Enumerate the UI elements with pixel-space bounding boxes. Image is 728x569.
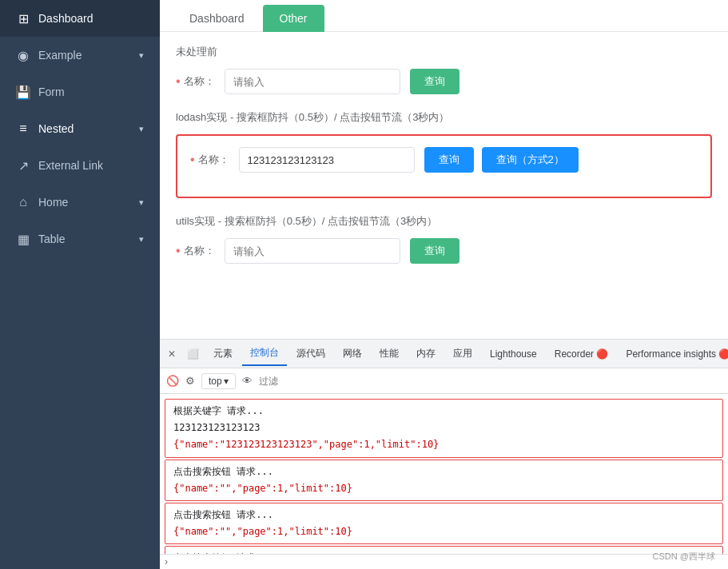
chevron-down-icon: ▾	[139, 50, 144, 61]
lodash-name-label: • 名称：	[190, 153, 229, 167]
unprocessed-name-input[interactable]	[225, 69, 400, 94]
lodash-section: • 名称： 查询 查询（方式2）	[176, 134, 712, 198]
sidebar-item-label: Home	[38, 196, 68, 209]
devtools-tab-network[interactable]: 网络	[335, 342, 370, 365]
external-link-icon: ↗	[16, 158, 30, 173]
console-group-4: 点击搜索按钮 请求... {"name":"","page":1,"limit"…	[165, 546, 723, 554]
devtools-tabs: ✕ ⬜ 元素 控制台 源代码 网络 性能 内存 应用 Lighthouse Re…	[160, 340, 728, 368]
sidebar-item-label: Table	[38, 233, 65, 245]
top-tabs: Dashboard Other	[160, 0, 728, 32]
lodash-query-button[interactable]: 查询	[424, 147, 474, 173]
chevron-down-icon: ▾	[139, 234, 144, 245]
utils-query-button[interactable]: 查询	[410, 238, 459, 264]
sidebar-item-label: Form	[38, 86, 65, 98]
chevron-down-icon: ▾	[139, 124, 144, 134]
lodash-query2-button[interactable]: 查询（方式2）	[482, 147, 579, 173]
devtools-panel: ✕ ⬜ 元素 控制台 源代码 网络 性能 内存 应用 Lighthouse Re…	[160, 339, 728, 569]
example-icon: ◉	[16, 48, 30, 62]
devtools-tab-performance[interactable]: 性能	[372, 342, 407, 365]
sidebar-item-dashboard[interactable]: ⊞ Dashboard	[0, 0, 160, 37]
content-area: 未处理前 • 名称： 查询 lodash实现 - 搜索框防抖（0.5秒）/ 点击…	[160, 32, 728, 339]
console-group-3: 点击搜索按钮 请求... {"name":"","page":1,"limit"…	[165, 503, 723, 544]
filter-input[interactable]	[259, 376, 307, 387]
sidebar-item-label: Example	[38, 49, 82, 62]
watermark: CSDN @西半球	[653, 551, 715, 563]
table-icon: ▦	[16, 232, 30, 246]
devtools-dock-icon[interactable]: ⬜	[182, 344, 204, 364]
lodash-subtitle: lodash实现 - 搜索框防抖（0.5秒）/ 点击按钮节流（3秒内）	[176, 110, 712, 125]
console-group-1: 根据关键字 请求... 123123123123123 {"name":"123…	[165, 399, 723, 458]
lodash-btn-row: 查询 查询（方式2）	[424, 147, 579, 173]
sidebar-item-home[interactable]: ⌂ Home ▾	[0, 184, 160, 221]
chevron-down-icon: ▾	[224, 376, 229, 387]
devtools-tab-perf-insights[interactable]: Performance insights 🔴	[618, 344, 728, 364]
expand-icon[interactable]: ›	[165, 556, 168, 567]
devtools-tab-application[interactable]: 应用	[445, 342, 480, 365]
main-content: Dashboard Other 未处理前 • 名称： 查询 lodash实现 -…	[160, 0, 728, 569]
sidebar-item-label: Dashboard	[38, 12, 93, 25]
form-icon: 💾	[16, 85, 30, 99]
console-settings-icon[interactable]: ⚙	[185, 375, 195, 387]
console-line: {"name":"","page":1,"limit":10}	[170, 480, 718, 497]
console-output: 根据关键字 请求... 123123123123123 {"name":"123…	[160, 394, 728, 554]
eye-icon[interactable]: 👁	[242, 375, 253, 387]
devtools-close-icon[interactable]: ✕	[163, 344, 181, 364]
devtools-tab-memory[interactable]: 内存	[408, 342, 444, 365]
devtools-tab-elements[interactable]: 元素	[205, 342, 241, 365]
lodash-form-row: • 名称： 查询 查询（方式2）	[190, 147, 698, 173]
console-line: 根据关键字 请求...	[170, 403, 718, 420]
unprocessed-section: 未处理前 • 名称： 查询	[176, 45, 712, 94]
unprocessed-form-row: • 名称： 查询	[176, 69, 712, 94]
sidebar-item-example[interactable]: ◉ Example ▾	[0, 37, 160, 74]
tab-dashboard[interactable]: Dashboard	[173, 5, 261, 32]
console-line: 123123123123123	[170, 420, 718, 436]
devtools-tab-recorder[interactable]: Recorder 🔴	[547, 344, 617, 364]
devtools-tab-console[interactable]: 控制台	[242, 341, 287, 366]
level-selector[interactable]: top ▾	[201, 373, 236, 389]
console-line: {"name":"123123123123123","page":1,"limi…	[170, 436, 718, 453]
sidebar: ⊞ Dashboard ◉ Example ▾ 💾 Form ≡ Nested …	[0, 0, 160, 569]
dashboard-icon: ⊞	[16, 11, 30, 26]
console-line: 点击搜索按钮 请求...	[170, 507, 718, 523]
utils-subtitle: utils实现 - 搜索框防抖（0.5秒）/ 点击按钮节流（3秒内）	[176, 214, 712, 229]
lodash-name-input[interactable]	[239, 147, 415, 173]
console-group-2: 点击搜索按钮 请求... {"name":"","page":1,"limit"…	[165, 460, 723, 501]
console-line: 点击搜索按钮 请求...	[170, 464, 718, 480]
sidebar-item-label: External Link	[38, 159, 103, 172]
required-dot: •	[176, 75, 181, 88]
unprocessed-query-button[interactable]: 查询	[410, 69, 459, 94]
utils-section: • 名称： 查询	[176, 238, 712, 264]
utils-name-label: • 名称：	[176, 244, 215, 258]
sidebar-item-form[interactable]: 💾 Form	[0, 74, 160, 110]
clear-console-icon[interactable]: 🚫	[166, 375, 179, 387]
devtools-tab-lighthouse[interactable]: Lighthouse	[482, 344, 545, 364]
nested-icon: ≡	[16, 121, 30, 136]
devtools-toolbar: 🚫 ⚙ top ▾ 👁	[160, 368, 728, 394]
unprocessed-name-label: • 名称：	[176, 74, 215, 89]
sidebar-item-nested[interactable]: ≡ Nested ▾	[0, 110, 160, 147]
sidebar-item-table[interactable]: ▦ Table ▾	[0, 221, 160, 257]
devtools-tab-source[interactable]: 源代码	[288, 342, 333, 365]
required-dot: •	[190, 153, 195, 166]
utils-form-row: • 名称： 查询	[176, 238, 712, 264]
chevron-down-icon: ▾	[139, 197, 144, 208]
sidebar-item-external-link[interactable]: ↗ External Link	[0, 147, 160, 184]
tab-other[interactable]: Other	[263, 5, 324, 32]
console-line: {"name":"","page":1,"limit":10}	[170, 523, 718, 540]
unprocessed-title: 未处理前	[176, 45, 712, 59]
required-dot: •	[176, 245, 181, 257]
home-icon: ⌂	[16, 195, 30, 209]
sidebar-item-label: Nested	[38, 122, 74, 135]
utils-name-input[interactable]	[225, 238, 400, 264]
